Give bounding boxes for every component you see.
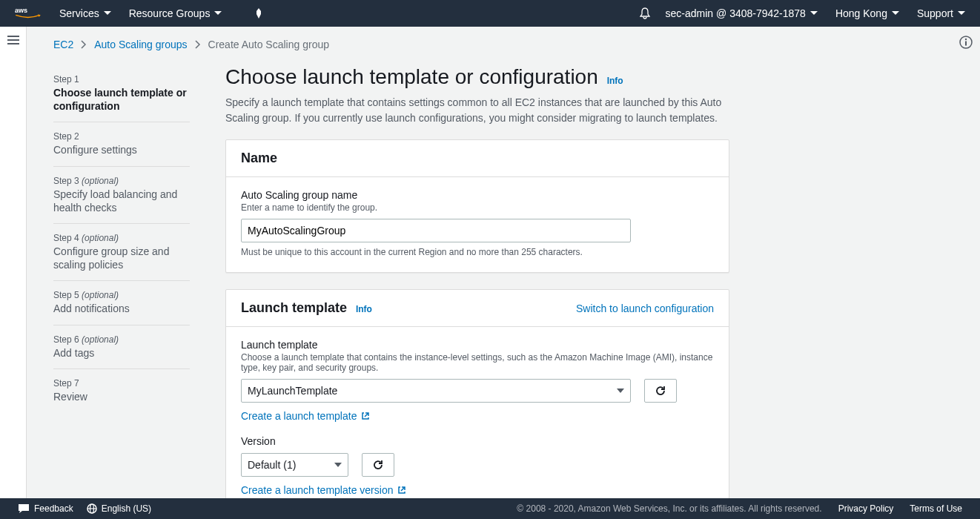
chat-icon: [18, 503, 30, 514]
wizard-step-1[interactable]: Step 1 Choose launch template or configu…: [53, 65, 190, 122]
chevron-right-icon: [195, 40, 201, 49]
caret-down-icon: [214, 11, 222, 16]
nav-resource-groups[interactable]: Resource Groups: [129, 7, 222, 19]
language-selector[interactable]: English (US): [87, 503, 151, 514]
top-nav: aws Services Resource Groups sec-admin @…: [0, 0, 980, 27]
bell-icon[interactable]: [639, 7, 651, 19]
breadcrumb-asg[interactable]: Auto Scaling groups: [94, 39, 187, 50]
asg-name-label: Auto Scaling group name: [241, 189, 714, 201]
switch-to-launch-config-link[interactable]: Switch to launch configuration: [576, 303, 714, 314]
info-panel-icon[interactable]: [959, 36, 973, 49]
pin-icon[interactable]: [254, 8, 263, 19]
privacy-policy-link[interactable]: Privacy Policy: [838, 503, 894, 514]
page-description: Specify a launch template that contains …: [225, 95, 729, 126]
asg-name-input[interactable]: [241, 219, 631, 242]
version-value: Default (1): [248, 459, 296, 471]
asg-name-hint: Enter a name to identify the group.: [241, 202, 714, 213]
nav-account-label: sec-admin @ 3408-7942-1878: [666, 7, 806, 19]
nav-resource-groups-label: Resource Groups: [129, 7, 211, 19]
feedback-link[interactable]: Feedback: [18, 503, 73, 514]
caret-down-icon: [958, 11, 965, 16]
wizard-step-6[interactable]: Step 6 (optional) Add tags: [53, 325, 190, 369]
nav-region[interactable]: Hong Kong: [835, 7, 899, 19]
launch-template-label: Launch template: [241, 339, 714, 351]
svg-rect-6: [965, 42, 967, 46]
version-select[interactable]: Default (1): [241, 453, 348, 477]
create-launch-template-version-link[interactable]: Create a launch template version: [241, 484, 406, 496]
footer: Feedback English (US) © 2008 - 2020, Ama…: [0, 498, 980, 519]
wizard-step-5[interactable]: Step 5 (optional) Add notifications: [53, 281, 190, 325]
refresh-icon: [372, 459, 384, 471]
launch-template-select[interactable]: MyLaunchTemplate: [241, 379, 631, 403]
launch-template-hint: Choose a launch template that contains t…: [241, 352, 714, 373]
globe-icon: [87, 503, 97, 514]
breadcrumb: EC2 Auto Scaling groups Create Auto Scal…: [53, 39, 919, 50]
hamburger-icon[interactable]: [7, 36, 19, 44]
aws-logo[interactable]: aws: [15, 5, 42, 22]
name-panel-title: Name: [241, 151, 277, 166]
svg-text:aws: aws: [15, 7, 27, 14]
asg-name-subtext: Must be unique to this account in the cu…: [241, 247, 714, 257]
nav-account[interactable]: sec-admin @ 3408-7942-1878: [666, 7, 818, 19]
nav-region-label: Hong Kong: [835, 7, 887, 19]
wizard-steps: Step 1 Choose launch template or configu…: [53, 65, 190, 498]
version-label: Version: [241, 435, 714, 447]
wizard-step-4[interactable]: Step 4 (optional) Configure group size a…: [53, 224, 190, 281]
page-title: Choose launch template or configuration: [225, 65, 598, 88]
create-launch-template-link[interactable]: Create a launch template: [241, 410, 370, 422]
wizard-step-7[interactable]: Step 7 Review: [53, 369, 190, 412]
terms-of-use-link[interactable]: Terms of Use: [910, 503, 962, 514]
caret-down-icon: [104, 11, 111, 16]
launch-template-panel: Launch template Info Switch to launch co…: [225, 289, 729, 498]
chevron-right-icon: [81, 40, 87, 49]
main-scroll[interactable]: EC2 Auto Scaling groups Create Auto Scal…: [27, 27, 980, 498]
refresh-launch-template-button[interactable]: [644, 379, 677, 403]
refresh-version-button[interactable]: [362, 453, 394, 477]
breadcrumb-current: Create Auto Scaling group: [208, 39, 329, 50]
external-link-icon: [397, 486, 406, 495]
footer-copyright: © 2008 - 2020, Amazon Web Services, Inc.…: [517, 503, 821, 514]
caret-down-icon: [810, 11, 818, 16]
svg-point-5: [965, 39, 967, 40]
nav-services[interactable]: Services: [59, 7, 111, 19]
caret-down-icon: [892, 11, 899, 16]
external-link-icon: [361, 411, 370, 420]
triangle-down-icon: [617, 389, 624, 393]
info-link[interactable]: Info: [356, 304, 372, 314]
nav-support[interactable]: Support: [917, 7, 965, 19]
triangle-down-icon: [334, 463, 342, 467]
side-rail: [0, 27, 27, 498]
launch-panel-title: Launch template: [241, 300, 347, 315]
wizard-step-3[interactable]: Step 3 (optional) Specify load balancing…: [53, 167, 190, 224]
wizard-step-2[interactable]: Step 2 Configure settings: [53, 122, 190, 166]
nav-support-label: Support: [917, 7, 953, 19]
nav-services-label: Services: [59, 7, 99, 19]
breadcrumb-ec2[interactable]: EC2: [53, 39, 73, 50]
info-link[interactable]: Info: [607, 76, 623, 86]
launch-template-value: MyLaunchTemplate: [248, 385, 337, 397]
refresh-icon: [655, 385, 666, 397]
name-panel: Name Auto Scaling group name Enter a nam…: [225, 139, 729, 273]
